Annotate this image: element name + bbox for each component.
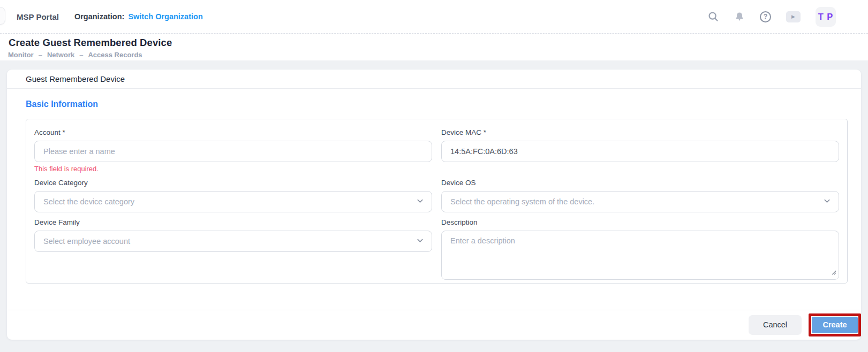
field-device-os: Device OS Select the operating system of…	[441, 178, 839, 212]
page-heading-section: Create Guest Remembered Device Monitor –…	[0, 34, 868, 60]
switch-organization-link[interactable]: Switch Organization	[128, 12, 202, 21]
device-os-placeholder: Select the operating system of the devic…	[450, 197, 594, 206]
help-icon[interactable]: ?	[760, 11, 771, 22]
search-icon[interactable]	[707, 11, 719, 22]
breadcrumb: Monitor – Network – Access Records	[8, 51, 142, 59]
sidebar-toggle[interactable]	[0, 7, 5, 25]
account-error-message: This field is required.	[34, 165, 432, 173]
device-mac-label: Device MAC *	[441, 128, 839, 137]
basic-information-fieldset: Account * This field is required. Device…	[26, 119, 848, 284]
device-family-select[interactable]: Select employee account	[34, 231, 432, 252]
breadcrumb-separator: –	[39, 51, 42, 59]
device-category-placeholder: Select the device category	[43, 197, 134, 206]
field-account: Account * This field is required.	[34, 128, 432, 173]
breadcrumb-monitor[interactable]: Monitor	[8, 51, 34, 59]
breadcrumb-separator: –	[79, 51, 83, 59]
help-icon-glyph: ?	[764, 13, 768, 20]
play-icon-glyph: ▶	[791, 14, 795, 19]
top-bar: MSP Portal Organization:Switch Organizat…	[0, 0, 868, 34]
device-os-label: Device OS	[441, 178, 839, 187]
description-label: Description	[441, 218, 839, 227]
device-category-select[interactable]: Select the device category	[34, 191, 432, 212]
device-family-placeholder: Select employee account	[43, 237, 130, 246]
field-device-mac: Device MAC *	[441, 128, 839, 162]
top-bar-actions: ? ▶ T P	[707, 7, 836, 27]
description-textarea[interactable]	[441, 231, 839, 280]
account-input[interactable]	[34, 141, 432, 162]
app-title: MSP Portal	[17, 12, 59, 21]
device-mac-input[interactable]	[441, 141, 839, 162]
form-footer: Cancel Create	[749, 310, 861, 340]
chevron-down-icon	[416, 236, 424, 247]
account-label: Account *	[34, 128, 432, 137]
field-device-category: Device Category Select the device catego…	[34, 178, 432, 212]
description-textarea-wrap	[441, 231, 839, 280]
device-family-label: Device Family	[34, 218, 432, 227]
create-button[interactable]: Create	[812, 317, 858, 333]
footer-divider	[7, 310, 861, 310]
device-os-select[interactable]: Select the operating system of the devic…	[441, 191, 839, 212]
guest-remembered-device-card: Guest Remembered Device Basic Informatio…	[7, 70, 861, 340]
chevron-down-icon	[823, 197, 831, 207]
create-button-highlight-box: Create	[809, 313, 861, 336]
breadcrumb-access-records[interactable]: Access Records	[88, 51, 142, 59]
card-header: Guest Remembered Device	[7, 70, 861, 89]
organization-label-text: Organization:	[74, 12, 124, 21]
field-device-family: Device Family Select employee account	[34, 218, 432, 252]
cancel-button[interactable]: Cancel	[749, 315, 802, 335]
card-title: Guest Remembered Device	[26, 74, 125, 83]
chevron-down-icon	[416, 197, 424, 207]
organization-label: Organization:Switch Organization	[74, 12, 203, 21]
basic-information-heading: Basic Information	[26, 100, 98, 109]
page-title: Create Guest Remembered Device	[9, 37, 172, 49]
notification-bell-icon[interactable]	[734, 11, 745, 22]
tutorial-play-icon[interactable]: ▶	[786, 11, 801, 22]
resize-handle-icon[interactable]	[831, 267, 836, 277]
user-avatar[interactable]: T P	[816, 7, 836, 27]
device-category-label: Device Category	[34, 178, 432, 187]
field-description: Description	[441, 218, 839, 280]
breadcrumb-network[interactable]: Network	[47, 51, 74, 59]
